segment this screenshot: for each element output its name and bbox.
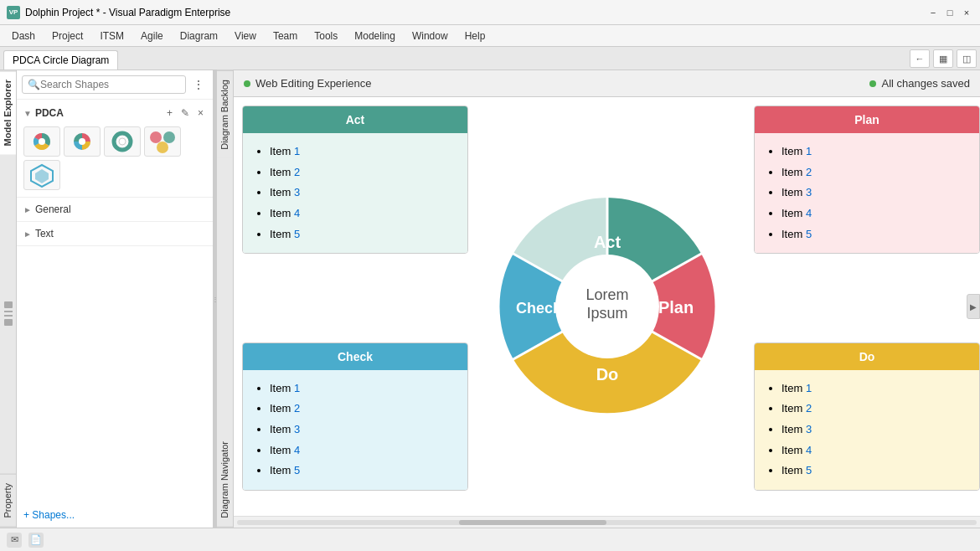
pdca-add-button[interactable]: + — [164, 106, 175, 120]
general-section: ► General — [17, 198, 213, 222]
menu-view[interactable]: View — [226, 28, 265, 44]
horizontal-scrollbar[interactable] — [234, 516, 980, 528]
shape-thumb-4[interactable] — [144, 126, 181, 157]
act-item-4: Item 4 — [270, 203, 454, 224]
menu-team[interactable]: Team — [265, 28, 306, 44]
svg-point-12 — [157, 142, 168, 153]
check-item-3: Item 3 — [270, 420, 454, 440]
plan-item-4: Item 4 — [781, 203, 966, 224]
diagram-navigator-tab[interactable]: Diagram Navigator — [217, 433, 233, 528]
menu-tools[interactable]: Tools — [306, 28, 346, 44]
text-section: ► Text — [17, 222, 213, 246]
check-item-1: Item 1 — [270, 378, 454, 399]
general-tree-item[interactable]: ► General — [23, 201, 206, 218]
plan-box-body: Item 1 Item 2 Item 3 Item 4 Item 5 — [755, 133, 979, 253]
menu-agile[interactable]: Agile — [132, 28, 172, 44]
close-button[interactable]: × — [960, 6, 973, 19]
text-tree-item[interactable]: ► Text — [23, 225, 206, 242]
do-box: Do Item 1 Item 2 Item 3 Item 4 Item 5 — [754, 342, 980, 491]
do-item-2: Item 2 — [781, 399, 966, 420]
menu-dash[interactable]: Dash — [3, 28, 44, 44]
tab-back-icon[interactable]: ← — [910, 49, 930, 68]
diagram-backlog-tab[interactable]: Diagram Backlog — [217, 70, 233, 158]
status-file-icon[interactable]: 📄 — [28, 533, 44, 548]
content-area: Web Editing Experience All changes saved… — [234, 70, 980, 528]
do-item-3: Item 3 — [781, 420, 966, 440]
app-title: Dolphin Project * - Visual Paradigm Ente… — [25, 7, 230, 18]
shape-thumb-5[interactable] — [23, 160, 60, 190]
titlebar: VP Dolphin Project * - Visual Paradigm E… — [0, 0, 980, 25]
shape-thumb-1[interactable] — [23, 126, 60, 157]
statusbar: ✉ 📄 — [0, 528, 980, 551]
menubar: Dash Project ITSM Agile Diagram View Tea… — [0, 25, 980, 47]
maximize-button[interactable]: □ — [943, 6, 957, 19]
saved-text: All changes saved — [881, 77, 970, 90]
act-label: Act — [593, 233, 621, 251]
menu-diagram[interactable]: Diagram — [172, 28, 226, 44]
tab-grid-icon[interactable]: ▦ — [933, 49, 953, 68]
web-editing-bar: Web Editing Experience All changes saved — [234, 70, 980, 97]
shape-thumb-3[interactable] — [104, 126, 141, 157]
search-input[interactable] — [40, 79, 180, 90]
saved-indicator — [869, 80, 876, 87]
model-explorer-tab[interactable]: Model Explorer — [0, 70, 16, 154]
left-panel-icon — [3, 297, 14, 331]
shapes-grid — [23, 123, 206, 193]
do-item-1: Item 1 — [781, 378, 966, 399]
diagram-tab[interactable]: PDCA Circle Diagram — [3, 50, 118, 70]
text-label: Text — [35, 228, 54, 239]
plan-box-header: Plan — [755, 106, 979, 133]
pdca-circle-diagram[interactable]: Lorem Ipsum Act Plan Do Check — [473, 173, 741, 440]
act-item-1: Item 1 — [270, 142, 454, 162]
svg-marker-14 — [35, 169, 49, 183]
minimize-button[interactable]: − — [926, 6, 940, 19]
act-box-body: Item 1 Item 2 Item 3 Item 4 Item 5 — [243, 133, 467, 253]
plan-item-1: Item 1 — [781, 142, 966, 162]
pdca-arrow: ▼ — [23, 109, 32, 118]
svg-rect-0 — [4, 301, 13, 308]
svg-point-9 — [119, 138, 126, 145]
check-box: Check Item 1 Item 2 Item 3 Item 4 Item 5 — [242, 342, 468, 491]
act-item-3: Item 3 — [270, 183, 454, 203]
general-arrow: ► — [23, 205, 32, 214]
shape-thumb-2[interactable] — [64, 126, 101, 157]
diagram-canvas[interactable]: Act Item 1 Item 2 Item 3 Item 4 Item 5 P… — [234, 97, 980, 516]
text-arrow: ► — [23, 229, 32, 239]
do-box-header: Do — [755, 343, 979, 370]
scrollbar-track — [237, 520, 977, 525]
menu-itsm[interactable]: ITSM — [91, 28, 132, 44]
status-email-icon[interactable]: ✉ — [7, 533, 22, 548]
expand-arrow: ▶ — [970, 302, 977, 312]
menu-window[interactable]: Window — [404, 28, 456, 44]
search-input-wrap[interactable]: 🔍 — [22, 75, 186, 94]
tab-layout-icon[interactable]: ◫ — [957, 49, 977, 68]
add-shapes-area: + Shapes... — [17, 502, 213, 528]
plan-item-2: Item 2 — [781, 162, 966, 183]
property-tab[interactable]: Property — [0, 474, 16, 528]
general-label: General — [35, 203, 71, 215]
menu-modeling[interactable]: Modeling — [346, 28, 404, 44]
scrollbar-thumb[interactable] — [459, 520, 607, 525]
pdca-section-header[interactable]: ▼ PDCA + ✎ × — [23, 103, 206, 123]
pdca-title: PDCA — [35, 107, 64, 119]
svg-rect-2 — [4, 315, 13, 317]
menu-project[interactable]: Project — [44, 28, 91, 44]
menu-help[interactable]: Help — [456, 28, 494, 44]
act-item-5: Item 5 — [270, 224, 454, 245]
pdca-edit-button[interactable]: ✎ — [178, 106, 192, 120]
svg-point-7 — [79, 138, 85, 145]
check-box-header: Check — [243, 343, 467, 370]
plan-label: Plan — [658, 298, 693, 317]
web-editing-indicator — [244, 80, 250, 87]
do-box-body: Item 1 Item 2 Item 3 Item 4 Item 5 — [755, 370, 979, 490]
check-item-2: Item 2 — [270, 399, 454, 420]
svg-point-10 — [150, 131, 162, 143]
expand-handle[interactable]: ▶ — [967, 294, 980, 319]
more-options-button[interactable]: ⋮ — [189, 76, 208, 93]
pdca-close-button[interactable]: × — [195, 106, 206, 120]
plan-item-5: Item 5 — [781, 224, 966, 245]
act-item-2: Item 2 — [270, 162, 454, 183]
add-shapes-button[interactable]: + Shapes... — [23, 509, 75, 521]
app-icon: VP — [7, 6, 20, 19]
tab-label: PDCA Circle Diagram — [13, 54, 109, 66]
